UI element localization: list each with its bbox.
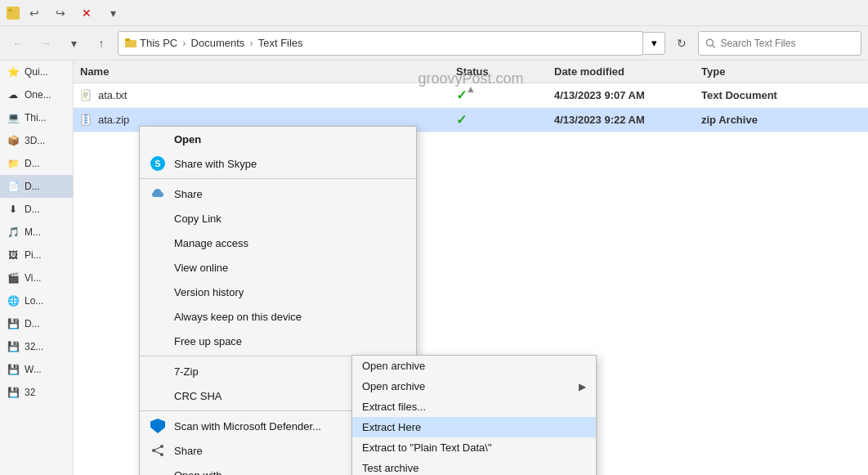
up-button[interactable]: ↑	[90, 32, 113, 55]
svg-rect-14	[84, 117, 87, 119]
svg-line-21	[154, 450, 162, 455]
sidebar-item-onedrive[interactable]: ☁ One...	[0, 83, 73, 106]
ctx-manage-access[interactable]: Manage access	[140, 231, 416, 255]
sidebar-item-drive4[interactable]: 💾 32	[0, 381, 73, 404]
dropdown-button[interactable]: ▾	[62, 32, 85, 55]
file-type: zip Archive	[695, 114, 809, 126]
sub-open-archive2[interactable]: Open archive ▶	[352, 376, 596, 397]
svg-rect-3	[125, 38, 130, 41]
breadcrumb-thispc: This PC	[140, 37, 177, 49]
sidebar-item-3d[interactable]: 📦 3D...	[0, 129, 73, 152]
cloud-icon: ☁	[7, 88, 20, 101]
col-header-name[interactable]: Name	[74, 65, 286, 78]
search-icon	[705, 38, 716, 49]
breadcrumb-textfiles: Text Files	[258, 37, 303, 49]
sidebar-item-drive1[interactable]: 💾 D...	[0, 312, 73, 335]
ctx-share-skype[interactable]: S Share with Skype	[140, 151, 416, 176]
share-cloud-icon	[150, 186, 166, 202]
main-container: ⭐ Qui... ☁ One... 💻 Thi... 📦 3D... 📁 D..…	[0, 60, 868, 475]
sub-extract-to[interactable]: Extract to "Plain Text Data\"	[352, 437, 596, 458]
ctx-free-up[interactable]: Free up space	[140, 329, 416, 353]
svg-rect-15	[84, 119, 87, 121]
redo-btn[interactable]: ↪	[49, 2, 72, 25]
sidebar-item-drive3[interactable]: 💾 W...	[0, 358, 73, 381]
ctx-always-keep[interactable]: Always keep on this device	[140, 304, 416, 329]
address-bar[interactable]: This PC › Documents › Text Files	[118, 31, 644, 56]
scroll-up-indicator: ▲	[466, 83, 476, 95]
svg-rect-0	[8, 11, 18, 17]
refresh-button[interactable]: ↻	[670, 32, 693, 55]
7zip-icon	[150, 363, 166, 379]
sidebar-item-downloads[interactable]: ⬇ D...	[0, 198, 73, 221]
sidebar-item-pictures[interactable]: 🖼 Pi...	[0, 244, 73, 267]
ctx-version-history[interactable]: Version history	[140, 280, 416, 304]
sidebar-item-music[interactable]: 🎵 M...	[0, 221, 73, 244]
col-header-status[interactable]: Status	[450, 65, 548, 78]
3d-icon: 📦	[7, 134, 20, 147]
history-icon	[150, 284, 166, 300]
sidebar-item-videos[interactable]: 🎬 Vi...	[0, 267, 73, 289]
status-icon: ✓	[456, 113, 467, 127]
svg-rect-2	[125, 40, 136, 47]
ctx-copy-link[interactable]: Copy Link	[140, 206, 416, 231]
ctx-open[interactable]: Open	[140, 127, 416, 151]
sub-test-archive[interactable]: Test archive	[352, 458, 596, 475]
svg-rect-16	[84, 122, 87, 123]
down-icon: ⬇	[7, 203, 20, 216]
expand-btn[interactable]: ▾	[101, 2, 124, 25]
free-icon	[150, 333, 166, 349]
submenu: Open archive Open archive ▶ Extract file…	[351, 355, 597, 475]
drive-icon: 💾	[7, 317, 20, 330]
svg-line-5	[713, 45, 715, 47]
folder-small-icon	[125, 38, 136, 49]
sidebar-item-thispc[interactable]: 💻 Thi...	[0, 106, 73, 129]
defender-icon	[150, 418, 166, 434]
col-header-date[interactable]: Date modified	[548, 65, 695, 78]
ctx-share[interactable]: Share	[140, 181, 416, 206]
search-input[interactable]	[721, 38, 854, 49]
svg-rect-13	[84, 114, 87, 116]
drive-icon2: 💾	[7, 340, 20, 353]
view-online-icon	[150, 259, 166, 276]
drive-icon4: 💾	[7, 386, 20, 399]
videos-icon: 🎬	[7, 271, 20, 285]
svg-line-20	[154, 446, 162, 450]
forward-button[interactable]: →	[34, 32, 57, 55]
addressbar: ← → ▾ ↑ This PC › Documents › Text Files…	[0, 26, 868, 60]
col-header-type[interactable]: Type	[695, 65, 809, 78]
arrow-sub-icon: ▶	[579, 381, 586, 392]
status-icon: ✓	[456, 88, 467, 102]
address-dropdown-btn[interactable]: ▾	[642, 32, 665, 55]
pc-icon: 💻	[7, 111, 20, 124]
pictures-icon: 🖼	[7, 249, 20, 262]
sidebar-item-drive2[interactable]: 💾 32...	[0, 335, 73, 358]
sidebar-item-desktop[interactable]: 📁 D...	[0, 152, 73, 175]
link-icon	[150, 210, 166, 226]
zip-file-icon	[80, 114, 93, 127]
back-button[interactable]: ←	[7, 32, 29, 55]
folder-icon: 📁	[7, 157, 20, 170]
separator	[140, 178, 416, 179]
file-date: 4/13/2023 9:07 AM	[548, 89, 695, 101]
sub-extract-here[interactable]: Extract Here	[352, 417, 596, 437]
folder-icon	[7, 7, 20, 20]
doc-icon: 📄	[7, 180, 20, 193]
sidebar-item-documents[interactable]: 📄 D...	[0, 175, 73, 198]
crc-icon	[150, 388, 166, 404]
file-header: Name Status Date modified Type	[74, 60, 868, 83]
svg-rect-1	[8, 9, 12, 11]
undo-btn[interactable]: ↩	[23, 2, 46, 25]
file-type: Text Document	[695, 89, 809, 101]
search-box[interactable]	[698, 31, 861, 56]
sidebar: ⭐ Qui... ☁ One... 💻 Thi... 📦 3D... 📁 D..…	[0, 60, 74, 475]
net-icon: 🌐	[7, 294, 20, 307]
sidebar-item-network[interactable]: 🌐 Lo...	[0, 289, 73, 312]
sub-extract-files[interactable]: Extract files...	[352, 397, 596, 417]
sidebar-item-quickaccess[interactable]: ⭐ Qui...	[0, 60, 73, 83]
close-title-btn[interactable]: ✕	[75, 2, 98, 25]
titlebar: ↩ ↪ ✕ ▾	[0, 0, 868, 26]
share-icon	[150, 442, 166, 459]
sub-open-archive1[interactable]: Open archive	[352, 356, 596, 376]
open-icon	[150, 131, 166, 147]
ctx-view-online[interactable]: View online	[140, 255, 416, 280]
